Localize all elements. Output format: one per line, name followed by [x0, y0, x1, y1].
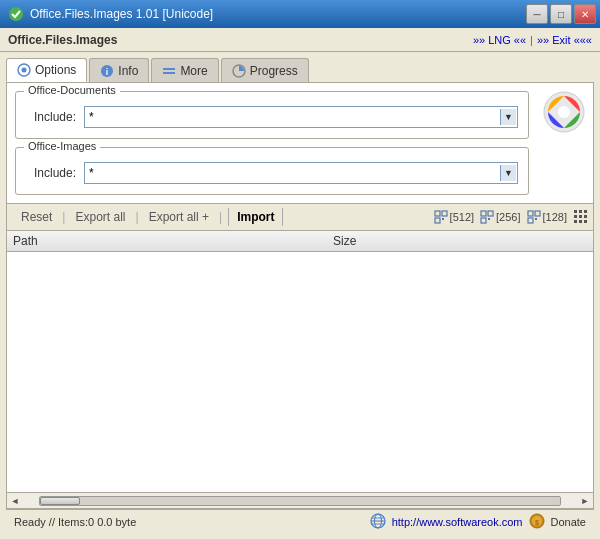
svg-rect-11 — [442, 211, 447, 216]
size-256-label: [256] — [496, 211, 520, 223]
grid-view-icon[interactable] — [573, 209, 587, 226]
tab-progress-label: Progress — [250, 64, 298, 78]
table-body — [7, 252, 593, 492]
svg-point-0 — [9, 7, 23, 21]
options-panel: Office-Documents Include: * ▼ Office-Ima… — [6, 82, 594, 204]
size-256-button[interactable]: [256] — [480, 210, 520, 224]
app-title-icon — [8, 6, 24, 22]
options-tab-icon — [17, 63, 31, 77]
images-include-row: Include: * ▼ — [26, 162, 518, 184]
documents-include-label: Include: — [26, 110, 76, 124]
images-include-select[interactable]: * — [84, 162, 518, 184]
menu-separator: | — [530, 34, 533, 46]
svg-rect-18 — [528, 211, 533, 216]
donate-label[interactable]: Donate — [551, 516, 586, 528]
svg-rect-25 — [574, 215, 577, 218]
office-images-label: Office-Images — [24, 140, 100, 152]
file-table: Path Size ◄ ► — [6, 231, 594, 509]
menu-bar: Office.Files.Images »» LNG «« | »» Exit … — [0, 28, 600, 52]
horizontal-scrollbar[interactable]: ◄ ► — [7, 492, 593, 508]
sep1: | — [60, 210, 67, 224]
scroll-right-arrow[interactable]: ► — [577, 496, 593, 506]
scroll-thumb[interactable] — [40, 497, 80, 505]
exit-link[interactable]: »» Exit ««« — [537, 34, 592, 46]
svg-rect-30 — [584, 220, 587, 223]
svg-rect-26 — [579, 215, 582, 218]
status-bar: Ready // Items:0 0.0 byte http://www.sof… — [6, 509, 594, 533]
toolbar-right: [512] [256] [128] — [434, 209, 587, 226]
svg-rect-6 — [163, 72, 175, 74]
tab-bar: Options i Info More — [6, 58, 594, 82]
svg-rect-12 — [435, 218, 440, 223]
tab-options[interactable]: Options — [6, 58, 87, 82]
documents-include-select[interactable]: * — [84, 106, 518, 128]
svg-rect-27 — [584, 215, 587, 218]
status-right: http://www.softwareok.com $ Donate — [370, 513, 586, 531]
svg-rect-5 — [163, 68, 175, 70]
size-256-icon — [480, 210, 494, 224]
svg-rect-14 — [481, 211, 486, 216]
status-text: Ready // Items:0 0.0 byte — [14, 516, 362, 528]
svg-rect-29 — [579, 220, 582, 223]
svg-rect-15 — [488, 211, 493, 216]
tab-more[interactable]: More — [151, 58, 218, 82]
tab-info[interactable]: i Info — [89, 58, 149, 82]
documents-include-wrapper: * ▼ — [84, 106, 518, 128]
export-all-plus-button[interactable]: Export all + — [141, 208, 217, 226]
svg-rect-16 — [481, 218, 486, 223]
size-128-button[interactable]: [128] — [527, 210, 567, 224]
svg-rect-20 — [528, 218, 533, 223]
table-header: Path Size — [7, 231, 593, 252]
scroll-left-arrow[interactable]: ◄ — [7, 496, 23, 506]
window-title: Office.Files.Images 1.01 [Unicode] — [30, 7, 213, 21]
svg-rect-21 — [535, 218, 537, 220]
coin-icon: $ — [529, 513, 545, 531]
svg-rect-10 — [435, 211, 440, 216]
svg-text:$: $ — [535, 518, 539, 526]
globe-icon — [370, 513, 386, 531]
svg-rect-22 — [574, 210, 577, 213]
menu-bar-links: »» LNG «« | »» Exit ««« — [473, 34, 592, 46]
scroll-track — [39, 496, 561, 506]
maximize-button[interactable]: □ — [550, 4, 572, 24]
title-bar: Office.Files.Images 1.01 [Unicode] ─ □ ✕ — [0, 0, 600, 28]
col-path-header: Path — [13, 234, 333, 248]
size-512-icon — [434, 210, 448, 224]
title-bar-left: Office.Files.Images 1.01 [Unicode] — [8, 6, 213, 22]
size-512-label: [512] — [450, 211, 474, 223]
title-controls: ─ □ ✕ — [526, 4, 596, 24]
office-images-section: Office-Images Include: * ▼ — [15, 147, 529, 195]
more-tab-icon — [162, 64, 176, 78]
svg-point-9 — [558, 106, 570, 118]
sep3: | — [217, 210, 224, 224]
svg-rect-13 — [442, 218, 444, 220]
lng-link[interactable]: »» LNG «« — [473, 34, 526, 46]
info-tab-icon: i — [100, 64, 114, 78]
tab-options-label: Options — [35, 63, 76, 77]
app-logo — [543, 91, 585, 133]
col-size-header: Size — [333, 234, 587, 248]
website-url[interactable]: http://www.softwareok.com — [392, 516, 523, 528]
minimize-button[interactable]: ─ — [526, 4, 548, 24]
close-button[interactable]: ✕ — [574, 4, 596, 24]
images-include-wrapper: * ▼ — [84, 162, 518, 184]
progress-tab-icon — [232, 64, 246, 78]
reset-button[interactable]: Reset — [13, 208, 60, 226]
svg-point-2 — [22, 68, 27, 73]
import-label: Import — [228, 208, 283, 226]
svg-text:i: i — [106, 67, 109, 77]
app-name-label: Office.Files.Images — [8, 33, 117, 47]
size-128-icon — [527, 210, 541, 224]
tab-more-label: More — [180, 64, 207, 78]
toolbar-row: Reset | Export all | Export all + | Impo… — [6, 204, 594, 231]
office-documents-section: Office-Documents Include: * ▼ — [15, 91, 529, 139]
office-documents-label: Office-Documents — [24, 84, 120, 96]
svg-rect-24 — [584, 210, 587, 213]
window-body: Options i Info More — [0, 52, 600, 539]
tab-progress[interactable]: Progress — [221, 58, 309, 82]
documents-include-row: Include: * ▼ — [26, 106, 518, 128]
size-512-button[interactable]: [512] — [434, 210, 474, 224]
export-all-button[interactable]: Export all — [67, 208, 133, 226]
svg-rect-28 — [574, 220, 577, 223]
svg-rect-17 — [488, 218, 490, 220]
